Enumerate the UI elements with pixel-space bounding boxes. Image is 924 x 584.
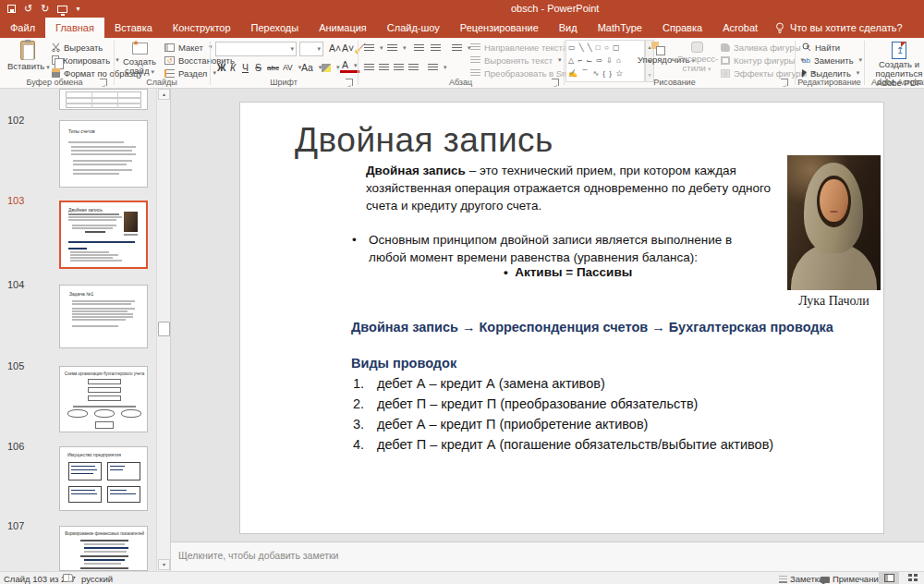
tab-insert[interactable]: Вставка: [104, 18, 163, 38]
numbering-button[interactable]: [387, 42, 407, 55]
shape-fill-icon: [721, 43, 730, 52]
font-name-combo[interactable]: [215, 42, 297, 56]
increase-indent-button[interactable]: [431, 42, 441, 55]
definition-term: Двойная запись: [366, 164, 466, 177]
slides-group-label: Слайды: [114, 78, 210, 87]
scrollbar-thumb[interactable]: [158, 322, 170, 336]
text-shadow-button[interactable]: abc: [265, 61, 281, 74]
normal-view-button[interactable]: [879, 572, 899, 584]
tab-mathtype[interactable]: MathType: [588, 18, 652, 38]
tab-slideshow[interactable]: Слайд-шоу: [377, 18, 450, 38]
start-slideshow-icon[interactable]: [57, 6, 67, 13]
tab-acrobat[interactable]: Acrobat: [712, 18, 768, 38]
line-spacing-button[interactable]: [452, 42, 471, 55]
thumbnail-scrollbar[interactable]: ▴ ▾: [156, 89, 170, 571]
italic-button[interactable]: К: [228, 61, 237, 74]
align-text-button[interactable]: Выровнять текст: [470, 54, 562, 67]
tell-me-search[interactable]: Что вы хотите сделать?: [768, 18, 910, 38]
highlight-color-button[interactable]: [322, 61, 340, 74]
thumbnail-partial[interactable]: [59, 89, 148, 110]
clipboard-dialog-launcher[interactable]: [100, 79, 107, 86]
flow-line[interactable]: Двойная запись → Корреспонденция счетов …: [351, 320, 833, 335]
comments-icon: [821, 577, 830, 583]
save-icon[interactable]: [7, 5, 16, 13]
drawing-dialog-launcher[interactable]: [781, 79, 788, 86]
shape-outline-button[interactable]: Контур фигуры: [721, 54, 804, 67]
font-size-combo[interactable]: [299, 42, 323, 56]
tab-transitions[interactable]: Переходы: [241, 18, 310, 38]
tab-animations[interactable]: Анимация: [309, 18, 377, 38]
notes-toggle-button[interactable]: Заметки: [779, 574, 823, 584]
shapes-gallery[interactable]: ▭ ╲ ╲ □ ○ ▢ △ ⌐ ⌙ ⇨ ⇩ ⌂ ✍ ⌒ ∿ { } ☆: [565, 40, 645, 82]
slide-bullet-equation[interactable]: • Активы = Пассивы: [504, 263, 632, 281]
paragraph-dialog-launcher[interactable]: [552, 79, 559, 86]
font-group-label: Шрифт: [210, 78, 358, 87]
tab-help[interactable]: Справка: [652, 18, 712, 38]
font-color-button[interactable]: А: [340, 60, 359, 73]
justify-button[interactable]: [408, 61, 419, 74]
thumbnail-103-selected[interactable]: Двойная запись: [59, 201, 148, 269]
arrange-button[interactable]: Упорядочить: [638, 40, 678, 66]
align-right-icon: [394, 64, 404, 72]
cut-button[interactable]: Вырезать: [52, 41, 103, 54]
normal-view-icon: [884, 574, 894, 582]
bullets-button[interactable]: [364, 42, 383, 55]
align-center-button[interactable]: [379, 61, 389, 74]
pacioli-portrait-image[interactable]: [787, 155, 881, 290]
slide-sorter-view-button[interactable]: [903, 572, 923, 584]
comments-toggle-button[interactable]: Примечания: [821, 574, 883, 584]
powerpoint-window: ↺ ↻ ▾ obsch - PowerPoint Файл Главная Вс…: [0, 0, 924, 584]
copy-button[interactable]: Копировать: [52, 54, 119, 67]
clipboard-group-label: Буфер обмена: [0, 78, 109, 87]
layout-button[interactable]: Макет: [164, 41, 212, 54]
strikethrough-button[interactable]: S: [253, 61, 263, 74]
decrease-indent-button[interactable]: [414, 42, 424, 55]
scroll-up-button[interactable]: ▴: [158, 89, 170, 100]
bold-button[interactable]: Ж: [215, 61, 228, 74]
align-left-button[interactable]: [364, 61, 374, 74]
thumbnail-102[interactable]: Типы счетов: [59, 120, 148, 188]
change-case-button[interactable]: Aa: [299, 61, 323, 74]
slide-paragraph-definition[interactable]: Двойная запись – это технический прием, …: [366, 162, 798, 214]
scroll-down-button[interactable]: ▾: [158, 559, 170, 570]
portrait-caption[interactable]: Лука Пачоли: [776, 294, 892, 309]
tab-file[interactable]: Файл: [0, 18, 45, 38]
tab-design[interactable]: Конструктор: [163, 18, 241, 38]
shape-fill-button[interactable]: Заливка фигуры: [721, 41, 809, 54]
replace-label: Заменить: [814, 55, 854, 66]
slide-bullet-principle[interactable]: • Основным принципом двойной записи явля…: [352, 231, 770, 266]
replace-button[interactable]: ab Заменить: [802, 54, 862, 67]
font-dialog-launcher[interactable]: [346, 79, 353, 86]
notes-pane[interactable]: Щелкните, чтобы добавить заметки: [171, 541, 924, 571]
slide-canvas[interactable]: Двойная запись Двойная запись – это техн…: [239, 102, 884, 534]
underline-button[interactable]: Ч: [240, 61, 250, 74]
thumbnail-104[interactable]: Задача №1: [59, 285, 148, 348]
align-right-button[interactable]: [394, 61, 404, 74]
align-text-icon: [470, 56, 480, 65]
language-indicator[interactable]: русский: [81, 574, 113, 584]
columns-button[interactable]: [428, 61, 447, 74]
posting-types-list[interactable]: 1.дебет А – кредит А (замена активов) 2.…: [353, 373, 773, 455]
tab-view[interactable]: Вид: [549, 18, 588, 38]
find-button[interactable]: Найти: [802, 41, 840, 54]
redo-icon[interactable]: ↻: [41, 4, 49, 14]
highlight-icon: [322, 64, 331, 72]
undo-icon[interactable]: ↺: [24, 4, 32, 14]
tab-review[interactable]: Рецензирование: [450, 18, 549, 38]
customize-qat-icon[interactable]: ▾: [76, 4, 79, 14]
smartart-icon: [470, 69, 480, 78]
paste-button[interactable]: Вставить: [7, 40, 48, 72]
shapes-row-2: △ ⌐ ⌙ ⇨ ⇩ ⌂: [568, 55, 642, 67]
slide-title[interactable]: Двойная запись: [295, 121, 553, 160]
spellcheck-icon[interactable]: [63, 574, 73, 582]
text-direction-button[interactable]: Направление текста: [470, 41, 577, 54]
thumbnail-105[interactable]: Схема организации бухгалтерского учета: [59, 366, 148, 432]
new-slide-button[interactable]: Создать слайд: [118, 40, 161, 77]
list-item: 3.дебет А – кредит П (приобретение актив…: [353, 414, 773, 434]
thumbnail-106[interactable]: Имущество предприятия: [59, 446, 148, 511]
ribbon-tab-row: Файл Главная Вставка Конструктор Переход…: [0, 18, 924, 38]
thumbnail-107[interactable]: Формирование финансовых показателей: [59, 526, 148, 571]
tab-home[interactable]: Главная: [45, 18, 104, 38]
quick-styles-button[interactable]: Экспресс- стили: [677, 40, 716, 74]
list-title[interactable]: Виды проводок: [351, 356, 456, 371]
